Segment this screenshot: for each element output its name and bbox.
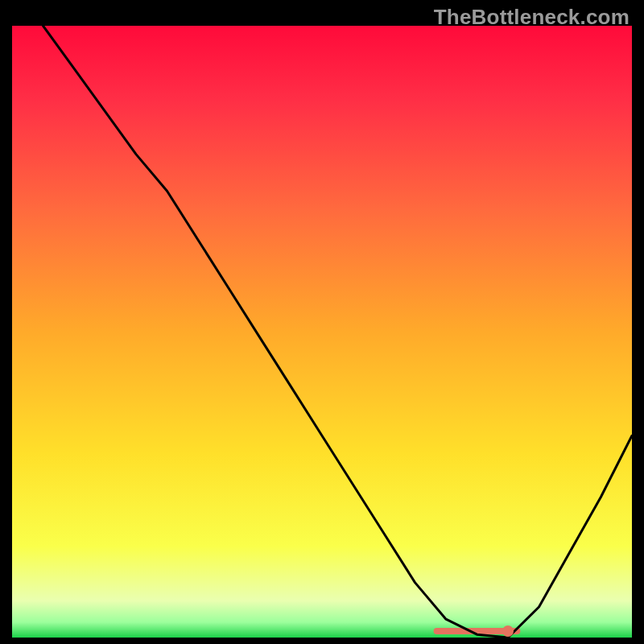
- gradient-background: [12, 26, 632, 638]
- chart-frame: [12, 26, 632, 638]
- bottleneck-chart: [12, 26, 632, 638]
